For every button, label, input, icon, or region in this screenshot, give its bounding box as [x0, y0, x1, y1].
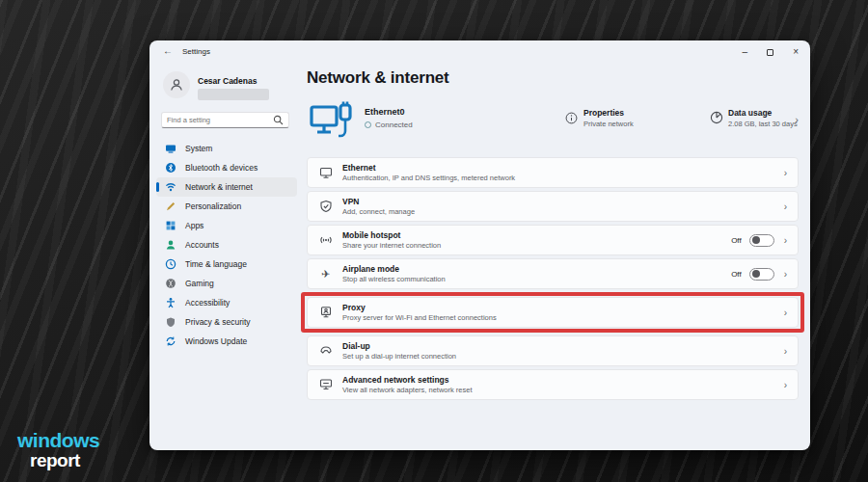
sidebar-item-time-language[interactable]: Time & language: [156, 254, 297, 274]
row-title: VPN: [342, 197, 415, 206]
shield-icon: [165, 316, 176, 328]
chevron-right-icon: ›: [784, 235, 787, 246]
chevron-right-icon: ›: [784, 308, 787, 318]
proxy-highlight-box: Proxy Proxy server for Wi-Fi and Etherne…: [301, 292, 804, 333]
toggle-knob: [752, 270, 760, 278]
logo-windows-text: windows: [17, 430, 99, 450]
chevron-right-icon: ›: [784, 380, 787, 390]
sidebar-item-accessibility[interactable]: Accessibility: [156, 293, 297, 312]
window-controls: – ×: [743, 40, 799, 64]
toggle-state-label: Off: [731, 270, 742, 279]
sidebar-item-label: Accessibility: [185, 298, 230, 308]
search-input[interactable]: [167, 116, 273, 124]
data-usage-link[interactable]: Data usage 2.08 GB, last 30 days: [728, 108, 798, 128]
properties-link[interactable]: Properties Private network: [583, 108, 634, 128]
chevron-right-icon: ›: [784, 168, 787, 178]
sidebar-item-label: Privacy & security: [185, 317, 251, 327]
sidebar-item-label: Gaming: [185, 279, 214, 288]
desktop-background: windows report ← Settings – × Cesar Cade…: [0, 0, 868, 482]
row-title: Mobile hotspot: [342, 230, 441, 240]
row-subtitle: Proxy server for Wi-Fi and Ethernet conn…: [342, 313, 497, 322]
search-box[interactable]: [161, 112, 289, 128]
sidebar-item-accounts[interactable]: Accounts: [156, 235, 297, 254]
sidebar-item-system[interactable]: System: [156, 139, 297, 158]
sidebar-item-network-internet[interactable]: Network & internet: [156, 177, 297, 197]
window-title: Settings: [182, 47, 210, 56]
user-email-redacted: [198, 89, 269, 100]
sidebar-item-gaming[interactable]: Gaming: [156, 274, 297, 293]
apps-grid-icon: [165, 220, 176, 231]
chevron-right-icon: ›: [784, 201, 787, 212]
sidebar-item-label: Windows Update: [185, 336, 247, 346]
chevron-right-icon: ›: [784, 346, 787, 357]
advanced-settings-icon: [318, 378, 333, 391]
row-subtitle: Add, connect, manage: [342, 207, 415, 216]
sidebar-item-label: Accounts: [185, 240, 219, 250]
settings-list: Ethernet Authentication, IP and DNS sett…: [307, 157, 799, 403]
row-airplane-mode[interactable]: ✈ Airplane mode Stop all wireless commun…: [307, 258, 799, 289]
properties-title: Properties: [583, 108, 634, 118]
bluetooth-icon: [165, 162, 176, 174]
wifi-icon: [165, 181, 176, 193]
row-advanced-network-settings[interactable]: Advanced network settings View all netwo…: [307, 369, 799, 400]
accessibility-icon: [165, 297, 176, 308]
sidebar-item-bluetooth-devices[interactable]: Bluetooth & devices: [156, 158, 297, 177]
avatar[interactable]: [163, 71, 190, 98]
sidebar-item-label: Personalization: [185, 201, 241, 211]
toggle-knob: [752, 236, 760, 244]
account-icon: [165, 239, 176, 251]
sidebar-item-label: Network & internet: [185, 182, 253, 192]
row-title: Dial-up: [342, 341, 456, 351]
ethernet-connection-icon: [309, 98, 355, 145]
xbox-icon: [165, 278, 176, 289]
connected-status-icon: [365, 121, 371, 128]
minimize-button[interactable]: –: [743, 47, 748, 57]
chevron-right-icon[interactable]: ›: [795, 114, 799, 125]
sidebar-item-windows-update[interactable]: Windows Update: [156, 332, 297, 351]
windows-report-logo: windows report: [17, 430, 99, 469]
sidebar-item-privacy-security[interactable]: Privacy & security: [156, 312, 297, 332]
network-status: Connected: [365, 120, 413, 129]
sidebar-item-label: Time & language: [185, 259, 247, 269]
main-content: Network & internet Ethernet0 Connected: [304, 64, 810, 450]
row-dial-up[interactable]: Dial-up Set up a dial-up internet connec…: [307, 335, 799, 366]
row-title: Advanced network settings: [342, 375, 473, 385]
sidebar-nav: System Bluetooth & devices Network & int…: [156, 139, 297, 351]
airplane-mode-toggle[interactable]: [749, 268, 774, 281]
vpn-shield-icon: [318, 200, 333, 213]
network-name: Ethernet0: [365, 107, 405, 117]
maximize-icon: [767, 49, 773, 56]
brush-icon: [165, 201, 176, 212]
back-button[interactable]: ←: [163, 45, 173, 56]
data-usage-title: Data usage: [728, 108, 798, 118]
user-name: Cesar Cadenas: [198, 76, 257, 86]
row-proxy[interactable]: Proxy Proxy server for Wi-Fi and Etherne…: [307, 297, 799, 328]
row-title: Airplane mode: [342, 264, 446, 274]
logo-report-text: report: [30, 451, 99, 469]
row-subtitle: Authentication, IP and DNS settings, met…: [342, 174, 515, 182]
sidebar-item-personalization[interactable]: Personalization: [156, 197, 297, 216]
network-status-banner: Ethernet0 Connected Properties Private n…: [307, 96, 799, 150]
ethernet-icon: [318, 166, 333, 179]
row-mobile-hotspot[interactable]: Mobile hotspot Share your internet conne…: [307, 225, 799, 255]
row-ethernet[interactable]: Ethernet Authentication, IP and DNS sett…: [307, 157, 799, 188]
proxy-icon: [318, 306, 333, 319]
properties-subtitle: Private network: [583, 120, 634, 128]
update-icon: [165, 335, 176, 347]
user-icon: [169, 77, 184, 93]
data-usage-subtitle: 2.08 GB, last 30 days: [728, 120, 798, 128]
sidebar-item-apps[interactable]: Apps: [156, 216, 297, 235]
clock-icon: [165, 258, 176, 270]
toggle-state-label: Off: [731, 236, 742, 245]
mobile-hotspot-toggle[interactable]: [749, 234, 774, 247]
airplane-icon: ✈: [318, 269, 333, 280]
maximize-button[interactable]: [767, 49, 773, 56]
row-title: Proxy: [342, 303, 497, 312]
chevron-right-icon: ›: [784, 269, 787, 280]
sidebar: Cesar Cadenas System Bluetooth & devices: [149, 64, 304, 450]
row-subtitle: Stop all wireless communication: [342, 275, 446, 283]
row-vpn[interactable]: VPN Add, connect, manage ›: [307, 191, 799, 222]
close-button[interactable]: ×: [793, 47, 799, 57]
data-usage-icon: [710, 111, 723, 124]
sidebar-item-label: Bluetooth & devices: [185, 163, 258, 173]
